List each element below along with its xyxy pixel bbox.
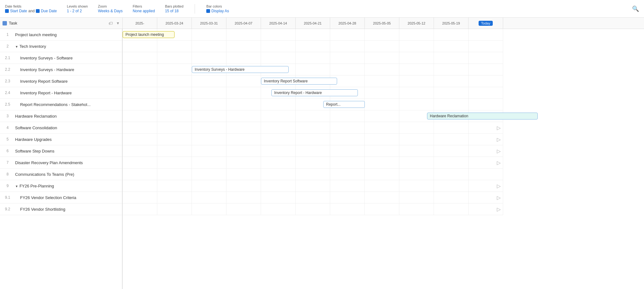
timeline-cell bbox=[261, 192, 296, 203]
timeline-cell bbox=[192, 157, 226, 168]
row-number: 5 bbox=[1, 137, 14, 142]
milestone-icon[interactable]: ▷ bbox=[497, 206, 501, 212]
timeline-cell bbox=[434, 122, 469, 133]
timeline-cell bbox=[157, 180, 192, 192]
date-fields-value[interactable]: Start Date and Due Date bbox=[5, 9, 57, 13]
timeline-cell bbox=[296, 41, 330, 52]
timeline-cell bbox=[434, 52, 469, 64]
timeline-cell bbox=[192, 122, 226, 133]
timeline-cell bbox=[469, 169, 503, 180]
levels-value[interactable]: 1 - 2 of 2 bbox=[67, 9, 88, 13]
timeline-row: ▷ bbox=[123, 122, 503, 134]
timeline-cell bbox=[226, 110, 261, 122]
timeline-cell bbox=[226, 52, 261, 64]
task-list: 1Project launch meeting2▼Tech Inventory2… bbox=[0, 29, 123, 289]
milestone-icon[interactable]: ▷ bbox=[497, 183, 501, 189]
row-number: 4 bbox=[1, 125, 14, 130]
row-name: Hardware Upgrades bbox=[14, 137, 121, 142]
gantt-bar[interactable]: Inventory Report - Hardware bbox=[271, 89, 358, 96]
search-icon[interactable]: 🔍 bbox=[632, 6, 639, 12]
task-row[interactable]: 7Disaster Recovery Plan Amendments bbox=[0, 157, 122, 169]
task-row[interactable]: 5Hardware Upgrades bbox=[0, 134, 122, 145]
task-row[interactable]: 2.4Inventory Report - Hardware bbox=[0, 87, 122, 99]
timeline-cell bbox=[261, 29, 296, 40]
timeline-row: ▷ bbox=[123, 145, 503, 157]
date-fields-label: Date fields bbox=[5, 4, 57, 8]
timeline-cell bbox=[192, 134, 226, 145]
timeline-cell bbox=[123, 192, 157, 203]
task-row[interactable]: 6Software Step Downs bbox=[0, 145, 122, 157]
today-button[interactable]: Today bbox=[479, 21, 493, 26]
filters-value[interactable]: None applied bbox=[133, 9, 155, 13]
row-number: 2.3 bbox=[1, 79, 14, 83]
timeline-cell bbox=[399, 169, 434, 180]
timeline-cell bbox=[192, 75, 226, 87]
task-row[interactable]: 3Hardware Reclamation bbox=[0, 110, 122, 122]
timeline-cell bbox=[399, 52, 434, 64]
timeline-cell bbox=[469, 64, 503, 75]
gantt-bar[interactable]: Report... bbox=[323, 101, 365, 108]
bar-colors-value[interactable]: Display As bbox=[206, 9, 229, 13]
task-row[interactable]: 2.3Inventory Report Software bbox=[0, 75, 122, 87]
timeline-cell bbox=[261, 41, 296, 52]
bar-colors-group: Bar colors Display As bbox=[206, 4, 229, 13]
task-row[interactable]: 9.1FY26 Vendor Selection Criteria bbox=[0, 192, 122, 203]
timeline-cell bbox=[157, 203, 192, 215]
date-fields-group: Date fields Start Date and Due Date bbox=[5, 4, 57, 13]
timeline-cell bbox=[365, 134, 399, 145]
timeline-cell bbox=[226, 41, 261, 52]
task-row[interactable]: 2.2Inventory Surveys - Hardware bbox=[0, 64, 122, 75]
timeline-cell bbox=[192, 29, 226, 40]
dropdown-icon-header[interactable]: ▼ bbox=[116, 21, 120, 25]
timeline-cell bbox=[226, 134, 261, 145]
milestone-icon[interactable]: ▷ bbox=[497, 136, 501, 142]
milestone-icon[interactable]: ▷ bbox=[497, 160, 501, 166]
task-row[interactable]: 2.5Report Recommendations - Stakehol... bbox=[0, 99, 122, 110]
timeline-cell bbox=[157, 192, 192, 203]
task-row[interactable]: 1Project launch meeting bbox=[0, 29, 122, 41]
timeline-cell bbox=[330, 52, 365, 64]
timeline-cell bbox=[192, 99, 226, 110]
gantt-bar[interactable]: Hardware Reclamation bbox=[427, 113, 538, 119]
task-row[interactable]: 2.1Inventory Surveys - Software bbox=[0, 52, 122, 64]
chevron-icon[interactable]: ▼ bbox=[15, 185, 18, 188]
milestone-icon[interactable]: ▷ bbox=[497, 125, 501, 131]
timeline-cell bbox=[399, 134, 434, 145]
row-number: 1 bbox=[1, 32, 14, 37]
gantt-bar[interactable]: Inventory Report Software bbox=[261, 78, 337, 85]
timeline-cell bbox=[226, 157, 261, 168]
gantt-bar[interactable]: Project launch meeting bbox=[123, 31, 175, 38]
row-name: Software Consolidation bbox=[14, 125, 121, 130]
date-cell-6: 2025-04-28 bbox=[330, 18, 365, 29]
date-cell-5: 2025-04-21 bbox=[296, 18, 330, 29]
task-row[interactable]: 8Communications To Teams (Pre) bbox=[0, 169, 122, 180]
milestone-icon[interactable]: ▷ bbox=[497, 148, 501, 154]
zoom-value[interactable]: Weeks & Days bbox=[98, 9, 122, 13]
timeline-cell bbox=[365, 75, 399, 87]
task-row[interactable]: 9.2FY26 Vendor Shortlisting bbox=[0, 203, 122, 215]
milestone-icon[interactable]: ▷ bbox=[497, 195, 501, 201]
timeline-cell bbox=[226, 203, 261, 215]
task-row[interactable]: 2▼Tech Inventory bbox=[0, 41, 122, 52]
timeline-cell bbox=[123, 99, 157, 110]
row-number: 6 bbox=[1, 149, 14, 153]
timeline-body: Project launch meetingInventory Surveys … bbox=[123, 29, 644, 289]
tag-icon-header[interactable]: 🏷 bbox=[108, 21, 113, 26]
row-number: 8 bbox=[1, 172, 14, 176]
chevron-icon[interactable]: ▼ bbox=[15, 45, 18, 48]
timeline-cell bbox=[123, 87, 157, 98]
task-row[interactable]: 4Software Consolidation bbox=[0, 122, 122, 134]
timeline-cell bbox=[434, 192, 469, 203]
timeline-cell bbox=[330, 203, 365, 215]
timeline-header: 2025-2025-03-242025-03-312025-04-072025-… bbox=[123, 18, 644, 29]
row-name: Disaster Recovery Plan Amendments bbox=[14, 160, 121, 165]
gantt-bar[interactable]: Inventory Surveys - Hardware bbox=[192, 66, 289, 73]
task-row[interactable]: 9▼FY26 Pre-Planning bbox=[0, 180, 122, 192]
zoom-group: Zoom Weeks & Days bbox=[98, 4, 122, 13]
timeline-cell bbox=[399, 64, 434, 75]
timeline-cell bbox=[330, 110, 365, 122]
timeline-cell bbox=[330, 29, 365, 40]
timeline-cell bbox=[296, 29, 330, 40]
timeline-cell bbox=[296, 134, 330, 145]
bars-plotted-value[interactable]: 15 of 18 bbox=[165, 9, 184, 13]
